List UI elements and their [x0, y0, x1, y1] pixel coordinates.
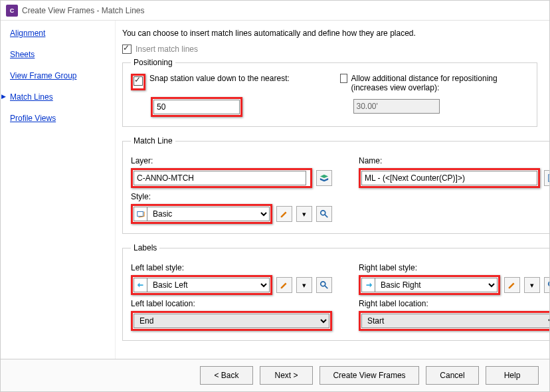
allow-distance-label: Allow additional distance for reposition… [351, 74, 529, 92]
dialog-window: C Create View Frames - Match Lines Align… [0, 0, 550, 392]
layer-icon [320, 173, 329, 183]
window-title: Create View Frames - Match Lines [22, 6, 145, 15]
svg-point-3 [321, 282, 325, 286]
svg-point-1 [321, 211, 325, 215]
layer-label: Layer: [131, 156, 332, 165]
left-label-style-select[interactable]: Basic Left [147, 278, 270, 292]
cancel-button[interactable]: Cancel [426, 366, 479, 385]
style-label: Style: [131, 192, 332, 201]
snap-checkbox-highlight [131, 74, 145, 90]
sidebar-item-sheets[interactable]: Sheets [10, 50, 115, 59]
layer-input[interactable] [134, 171, 306, 185]
positioning-group: Positioning Snap station value down to t… [122, 58, 537, 127]
titlebar: C Create View Frames - Match Lines [1, 1, 549, 21]
svg-rect-2 [549, 175, 549, 182]
right-label-location-select[interactable]: Start [361, 314, 549, 328]
right-label-location-label: Right label location: [359, 299, 549, 308]
pencil-icon [507, 280, 517, 290]
layer-browse-button[interactable] [316, 170, 332, 186]
style-edit-button[interactable] [276, 206, 292, 222]
match-line-group: Match Line Layer: Style: [122, 136, 549, 234]
pencil-icon [280, 209, 289, 219]
left-label-style-label: Left label style: [131, 263, 332, 272]
sidebar-item-alignment[interactable]: Alignment [10, 29, 115, 38]
snap-label: Snap station value down to the nearest: [149, 74, 290, 83]
next-button[interactable]: Next > [260, 366, 313, 385]
right-label-style-select[interactable]: Basic Right [375, 278, 498, 292]
magnifier-icon [320, 280, 329, 290]
name-template-button[interactable] [544, 170, 549, 186]
labels-group: Labels Left label style: [122, 243, 549, 341]
right-style-icon [361, 278, 375, 292]
right-style-dropdown-button[interactable]: ▾ [524, 277, 540, 293]
wizard-sidebar: Alignment Sheets View Frame Group Match … [1, 21, 115, 359]
insert-match-lines-label: Insert match lines [136, 45, 198, 54]
pencil-icon [280, 280, 289, 290]
name-input[interactable] [361, 171, 537, 185]
left-style-dropdown-button[interactable]: ▾ [296, 277, 312, 293]
left-label-location-select[interactable]: End [134, 314, 329, 328]
magnifier-icon [320, 209, 329, 219]
sidebar-item-profile-views[interactable]: Profile Views [10, 114, 115, 123]
snap-checkbox[interactable] [134, 76, 143, 86]
template-icon [547, 173, 549, 183]
allow-distance-checkbox[interactable] [340, 74, 347, 83]
create-view-frames-button[interactable]: Create View Frames [320, 366, 419, 385]
style-preview-button[interactable] [316, 206, 332, 222]
right-style-preview-button[interactable] [544, 277, 549, 293]
left-style-icon [134, 278, 147, 292]
style-dropdown-button[interactable]: ▾ [296, 206, 312, 222]
labels-legend: Labels [131, 243, 159, 252]
positioning-legend: Positioning [131, 58, 175, 67]
main-panel: You can choose to insert match lines aut… [115, 21, 549, 359]
back-button[interactable]: < Back [200, 366, 253, 385]
app-icon: C [6, 5, 18, 17]
svg-rect-0 [137, 212, 143, 217]
right-label-style-label: Right label style: [359, 263, 549, 272]
left-style-preview-button[interactable] [316, 277, 332, 293]
intro-text: You can choose to insert match lines aut… [122, 29, 537, 38]
svg-point-4 [549, 282, 549, 286]
magnifier-icon [547, 280, 549, 290]
name-label: Name: [359, 156, 549, 165]
sidebar-item-match-lines[interactable]: Match Lines [10, 92, 115, 102]
style-icon [134, 207, 147, 221]
sidebar-item-view-frame-group[interactable]: View Frame Group [10, 71, 115, 80]
allow-distance-input [353, 99, 440, 114]
help-button[interactable]: Help [486, 366, 539, 385]
insert-match-lines-checkbox [122, 45, 132, 54]
style-select[interactable]: Basic [147, 207, 270, 221]
right-style-edit-button[interactable] [504, 277, 520, 293]
dialog-footer: < Back Next > Create View Frames Cancel … [1, 359, 549, 391]
match-line-legend: Match Line [131, 136, 175, 146]
left-style-edit-button[interactable] [276, 277, 292, 293]
left-label-location-label: Left label location: [131, 299, 332, 308]
insert-match-lines-row: Insert match lines [122, 45, 537, 54]
snap-value-input[interactable] [153, 100, 240, 114]
